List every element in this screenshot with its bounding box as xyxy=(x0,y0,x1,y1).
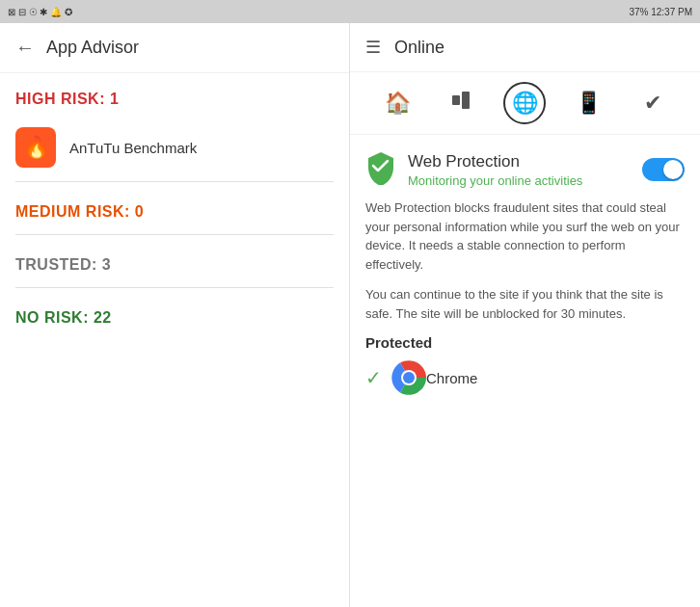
browser-row: ✓ Chrome xyxy=(365,360,685,395)
divider-2 xyxy=(15,234,334,235)
right-body: Web Protection Monitoring your online ac… xyxy=(350,135,700,607)
toggle-thumb xyxy=(663,160,683,179)
svg-point-4 xyxy=(403,372,415,383)
description-1: Web Protection blocks fraudulent sites t… xyxy=(365,198,685,274)
divider-1 xyxy=(15,181,334,182)
medium-risk-section: MEDIUM RISK: 0 xyxy=(15,186,334,230)
protected-label: Protected xyxy=(365,334,685,351)
nav-icons-row: 🏠 🌐 📱 ✔ xyxy=(350,72,700,135)
feature-row: Web Protection Monitoring your online ac… xyxy=(365,150,685,189)
status-icons-left: ⊠ ⊟ ☉ ✱ 🔔 ✪ xyxy=(8,7,72,17)
status-bar-right: 37% 12:37 PM xyxy=(350,0,700,23)
feature-subtitle: Monitoring your online activities xyxy=(408,173,642,188)
nav-apps[interactable] xyxy=(440,82,482,124)
app-icon-antutu: 🔥 xyxy=(15,127,56,168)
nav-home[interactable]: 🏠 xyxy=(376,82,418,124)
trusted-section: TRUSTED: 3 xyxy=(15,239,334,283)
chrome-icon xyxy=(391,360,426,395)
feature-text: Web Protection Monitoring your online ac… xyxy=(408,152,642,188)
status-info-right: 37% 12:37 PM xyxy=(629,7,692,17)
high-risk-section: HIGH RISK: 1 xyxy=(15,73,334,118)
device-icon: 📱 xyxy=(576,91,602,116)
divider-3 xyxy=(15,287,334,288)
hamburger-menu[interactable]: ☰ xyxy=(365,37,381,58)
checkmark-icon: ✔ xyxy=(644,91,661,116)
main-content: ← App Advisor HIGH RISK: 1 🔥 AnTuTu Benc… xyxy=(0,23,700,607)
left-panel: ← App Advisor HIGH RISK: 1 🔥 AnTuTu Benc… xyxy=(0,23,350,607)
home-icon: 🏠 xyxy=(385,91,411,116)
svg-rect-1 xyxy=(462,92,470,109)
trusted-label: TRUSTED: 3 xyxy=(15,256,111,273)
apps-icon xyxy=(450,90,471,117)
browser-check-icon: ✓ xyxy=(365,366,382,389)
no-risk-label: NO RISK: 22 xyxy=(15,309,112,326)
globe-icon: 🌐 xyxy=(512,91,538,116)
nav-check[interactable]: ✔ xyxy=(632,82,674,124)
no-risk-section: NO RISK: 22 xyxy=(15,292,334,336)
shield-icon xyxy=(365,150,396,189)
status-bar: ⊠ ⊟ ☉ ✱ 🔔 ✪ 37% 12:37 PM xyxy=(0,0,700,23)
svg-rect-0 xyxy=(452,95,460,105)
back-button[interactable]: ← xyxy=(15,37,35,59)
right-header: ☰ Online xyxy=(350,23,700,72)
nav-web[interactable]: 🌐 xyxy=(503,82,546,124)
nav-device[interactable]: 📱 xyxy=(568,82,610,124)
browser-name: Chrome xyxy=(426,370,477,386)
app-name-antutu: AnTuTu Benchmark xyxy=(69,140,197,156)
flame-icon: 🔥 xyxy=(23,135,49,160)
web-protection-toggle[interactable] xyxy=(642,158,685,181)
high-risk-label: HIGH RISK: 1 xyxy=(15,91,119,107)
right-panel-title: Online xyxy=(394,38,444,58)
left-header: ← App Advisor xyxy=(0,23,349,73)
left-body: HIGH RISK: 1 🔥 AnTuTu Benchmark MEDIUM R… xyxy=(0,73,349,607)
feature-title: Web Protection xyxy=(408,152,642,172)
description-2: You can continue to the site if you thin… xyxy=(365,285,685,323)
status-bar-left: ⊠ ⊟ ☉ ✱ 🔔 ✪ xyxy=(0,0,350,23)
medium-risk-label: MEDIUM RISK: 0 xyxy=(15,203,144,220)
left-panel-title: App Advisor xyxy=(46,38,139,58)
right-panel: ☰ Online 🏠 🌐 📱 xyxy=(350,23,700,607)
app-item-antutu[interactable]: 🔥 AnTuTu Benchmark xyxy=(15,118,334,177)
